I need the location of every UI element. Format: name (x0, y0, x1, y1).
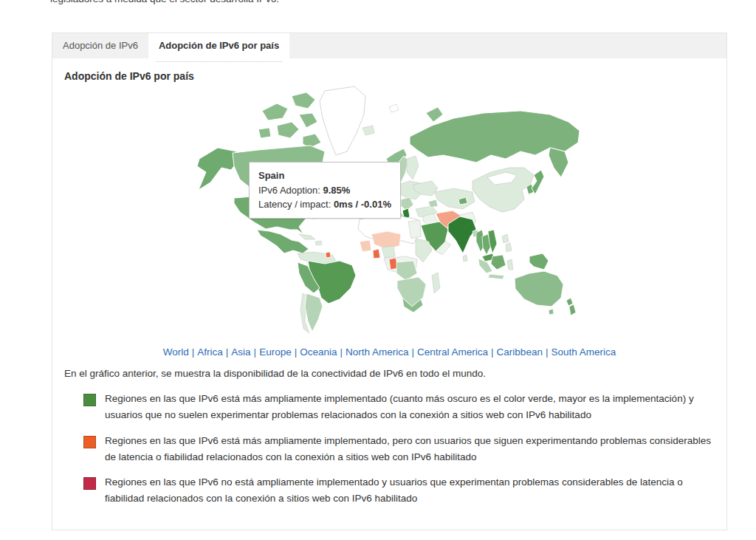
country-senegal-guinea[interactable] (360, 240, 371, 252)
country-australia[interactable] (515, 271, 563, 307)
country-alaska[interactable] (197, 148, 238, 190)
legend-item-orange: Regiones en las que IPv6 está más amplia… (83, 433, 716, 466)
country-india[interactable] (448, 216, 476, 253)
country-borneo[interactable] (491, 255, 506, 270)
country-new-zealand[interactable] (569, 304, 576, 315)
country-madagascar[interactable] (432, 273, 440, 293)
region-link-south-america[interactable]: South America (551, 346, 616, 358)
country-svalbard[interactable] (389, 104, 399, 112)
tab-ipv6-adoption[interactable]: Adopción de IPv6 (52, 33, 148, 58)
country-canada-arctic[interactable] (258, 128, 271, 138)
tab-ipv6-adoption-by-country[interactable]: Adopción de IPv6 por país (148, 33, 289, 58)
region-link-africa[interactable]: Africa (197, 346, 223, 358)
country-philippines[interactable] (502, 234, 509, 243)
country-cuba[interactable] (299, 234, 315, 239)
map-legend: Regiones en las que IPv6 está más amplia… (83, 391, 716, 507)
region-link-world[interactable]: World (163, 346, 189, 358)
country-canada-arctic[interactable] (277, 122, 299, 138)
country-ghana-togo[interactable] (373, 249, 380, 259)
region-links: World|Africa|Asia|Europe|Oceania|North A… (63, 346, 716, 358)
legend-item-green: Regiones en las que IPv6 está más amplia… (83, 391, 716, 424)
orange-swatch-icon (83, 436, 96, 448)
country-tasmania[interactable] (549, 309, 554, 315)
map-tooltip: Spain IPv6 Adoption: 9.85% Latency / imp… (249, 162, 401, 219)
country-hispaniola[interactable] (315, 241, 322, 245)
country-java[interactable] (488, 274, 504, 279)
region-link-oceania[interactable]: Oceania (300, 346, 337, 358)
region-link-central-america[interactable]: Central America (417, 346, 488, 358)
intro-paragraph: legisladores a medida que el sector desa… (50, 0, 756, 4)
green-swatch-icon (83, 394, 96, 406)
red-swatch-icon (83, 477, 96, 490)
country-argentina[interactable] (305, 293, 323, 332)
country-japan[interactable] (532, 170, 544, 194)
tooltip-adoption: IPv6 Adoption: 9.85% (258, 183, 391, 198)
intro-text-clipped: legisladores a medida que el sector desa… (0, 0, 756, 6)
country-finland[interactable] (407, 156, 419, 180)
country-mexico-central-america[interactable] (257, 230, 309, 253)
region-link-europe[interactable]: Europe (259, 346, 292, 358)
region-link-asia[interactable]: Asia (231, 346, 250, 358)
country-iceland[interactable] (362, 126, 374, 135)
page-title: Adopción de IPv6 por país (64, 70, 716, 82)
country-novaya-zemlya[interactable] (426, 107, 443, 122)
country-canada-arctic[interactable] (299, 113, 317, 128)
country-canada-arctic[interactable] (292, 92, 315, 109)
country-kazakhstan[interactable] (434, 188, 475, 209)
country-greenland[interactable] (320, 86, 365, 155)
country-sri-lanka[interactable] (463, 255, 467, 262)
country-new-zealand[interactable] (566, 298, 573, 306)
country-mali-niger[interactable] (371, 231, 401, 249)
chart-description: En el gráfico anterior, se muestra la di… (64, 368, 716, 379)
world-map-container: Spain IPv6 Adoption: 9.85% Latency / imp… (63, 85, 716, 344)
country-canada-arctic[interactable] (262, 103, 288, 120)
region-link-caribbean[interactable]: Caribbean (497, 346, 543, 358)
tooltip-country: Spain (258, 168, 391, 183)
country-new-guinea[interactable] (529, 253, 549, 270)
tab-bar: Adopción de IPv6 Adopción de IPv6 por pa… (52, 33, 726, 58)
country-french-guiana[interactable] (326, 252, 331, 258)
region-link-north-america[interactable]: North America (346, 346, 409, 358)
country-philippines[interactable] (506, 243, 512, 252)
country-russia-far-east[interactable] (549, 148, 568, 177)
country-sulawesi[interactable] (507, 259, 513, 270)
ipv6-stats-panel: Adopción de IPv6 Adopción de IPv6 por pa… (52, 33, 727, 530)
tooltip-latency: Latency / impact: 0ms / -0.01% (258, 197, 391, 212)
panel-body: Adopción de IPv6 por país (52, 58, 726, 530)
legend-item-red: Regiones en las que IPv6 no está ampliam… (83, 474, 716, 507)
country-nigeria[interactable] (382, 246, 395, 258)
